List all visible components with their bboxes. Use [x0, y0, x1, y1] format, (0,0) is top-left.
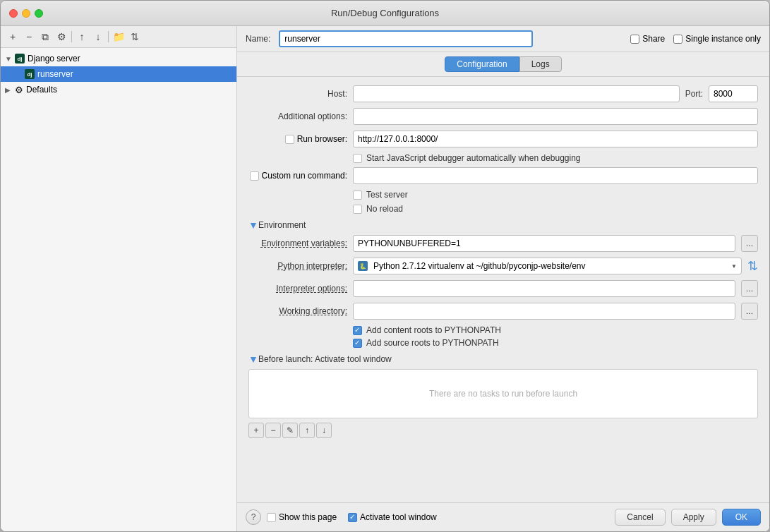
folder-button[interactable]: 📁 — [111, 29, 126, 44]
before-launch-toolbar: + − ✎ ↑ ↓ — [248, 421, 758, 440]
python-interpreter-select[interactable]: 🐍 Python 2.7.12 virtualenv at ~/github/p… — [353, 258, 742, 274]
move-down-button[interactable]: ↓ — [90, 29, 106, 44]
before-launch-header[interactable]: ▼ Before launch: Activate tool window — [248, 353, 758, 365]
port-input[interactable] — [709, 85, 758, 102]
close-button[interactable] — [9, 9, 18, 18]
share-checkbox[interactable] — [630, 35, 639, 44]
run-browser-url-input[interactable] — [353, 131, 758, 147]
test-server-label: Test server — [366, 190, 408, 200]
single-instance-label: Single instance only — [685, 34, 761, 44]
chevron-icon: ▼ — [5, 55, 12, 63]
no-reload-checkbox[interactable] — [353, 205, 362, 214]
help-button[interactable]: ? — [246, 509, 261, 525]
apply-button[interactable]: Apply — [671, 509, 716, 526]
toolbar-separator-2 — [108, 31, 109, 42]
working-directory-row: Working directory: … — [248, 303, 758, 320]
tree-item-runserver[interactable]: ▶ dj runserver — [1, 66, 236, 82]
js-debugger-checkbox[interactable] — [353, 154, 362, 163]
working-dir-browse-button[interactable]: … — [741, 303, 758, 320]
copy-config-button[interactable]: ⧉ — [37, 29, 53, 44]
port-label: Port: — [685, 89, 703, 99]
activate-tool-window-text: Activate tool window — [360, 512, 437, 522]
show-page-label[interactable]: Show this page — [267, 512, 337, 522]
test-server-checkbox[interactable] — [353, 191, 362, 200]
remove-config-button[interactable]: − — [21, 29, 37, 44]
left-panel: + − ⧉ ⚙ ↑ ↓ 📁 ⇅ ▼ dj Django server — [1, 26, 237, 531]
tab-logs[interactable]: Logs — [519, 56, 562, 72]
ok-button[interactable]: OK — [722, 509, 761, 526]
env-chevron-icon: ▼ — [248, 219, 255, 231]
working-directory-input[interactable] — [353, 303, 735, 320]
name-bar: Name: Share Single instance only — [237, 26, 769, 52]
host-input[interactable] — [353, 85, 680, 102]
group-label: Django server — [28, 54, 80, 64]
add-source-roots-checkbox[interactable] — [353, 339, 362, 348]
before-launch-title: Before launch: Activate tool window — [258, 354, 392, 364]
share-checkbox-label[interactable]: Share — [630, 34, 665, 44]
config-tree: ▼ dj Django server ▶ dj runserver ▶ ⚙ De… — [1, 48, 236, 531]
interpreter-options-input[interactable] — [353, 280, 735, 297]
before-launch-section: ▼ Before launch: Activate tool window Th… — [248, 353, 758, 440]
custom-run-command-row: Custom run command: — [248, 167, 758, 184]
environment-section-header[interactable]: ▼ Environment — [248, 219, 758, 231]
single-instance-checkbox-label[interactable]: Single instance only — [673, 34, 761, 44]
interpreter-options-label: Interpreter options: — [248, 284, 347, 294]
form-area: Host: Port: Additional options: Run brow… — [237, 77, 769, 502]
maximize-button[interactable] — [35, 9, 43, 18]
share-label: Share — [642, 34, 665, 44]
django-icon: dj — [15, 54, 25, 64]
action-buttons: Cancel Apply OK — [615, 509, 761, 526]
window-title: Run/Debug Configurations — [331, 8, 439, 18]
additional-options-row: Additional options: — [248, 108, 758, 125]
python-interpreter-row: Python interpreter: 🐍 Python 2.7.12 virt… — [248, 258, 758, 274]
move-up-button[interactable]: ↑ — [74, 29, 90, 44]
tree-group-django[interactable]: ▼ dj Django server — [1, 51, 236, 66]
before-launch-add-button[interactable]: + — [248, 423, 264, 438]
before-launch-box: There are no tasks to run before launch — [248, 369, 758, 418]
env-variables-label: Environment variables: — [248, 238, 347, 248]
custom-run-command-input[interactable] — [353, 167, 758, 184]
interp-options-browse-button[interactable]: … — [741, 280, 758, 297]
show-page-text: Show this page — [279, 512, 337, 522]
content-roots-inner: Add content roots to PYTHONPATH — [353, 325, 501, 335]
tab-configuration[interactable]: Configuration — [445, 56, 519, 72]
source-roots-inner: Add source roots to PYTHONPATH — [353, 338, 499, 348]
js-debugger-row: Start JavaScript debugger automatically … — [248, 153, 758, 163]
additional-options-label: Additional options: — [248, 111, 347, 121]
activate-tool-window-label[interactable]: Activate tool window — [348, 512, 437, 522]
activate-tool-window-checkbox[interactable] — [348, 513, 357, 522]
config-settings-button[interactable]: ⚙ — [54, 29, 69, 44]
before-launch-down-button[interactable]: ↓ — [316, 423, 332, 438]
env-browse-button[interactable]: … — [741, 235, 758, 252]
tree-group-defaults[interactable]: ▶ ⚙ Defaults — [1, 82, 236, 97]
add-config-button[interactable]: + — [5, 29, 20, 44]
left-toolbar: + − ⧉ ⚙ ↑ ↓ 📁 ⇅ — [1, 26, 236, 48]
test-server-row: Test server — [248, 190, 758, 200]
env-variables-row: Environment variables: … — [248, 235, 758, 252]
defaults-icon: ⚙ — [15, 85, 23, 95]
additional-options-input[interactable] — [353, 108, 758, 125]
minimize-button[interactable] — [22, 9, 30, 18]
env-variables-input[interactable] — [353, 235, 735, 252]
add-content-roots-row: Add content roots to PYTHONPATH — [248, 325, 758, 335]
single-instance-checkbox[interactable] — [673, 35, 682, 44]
custom-run-command-checkbox[interactable] — [250, 171, 259, 181]
share-area: Share Single instance only — [630, 34, 761, 44]
host-label: Host: — [248, 89, 347, 99]
interpreter-arrow-icon: ⇅ — [747, 258, 758, 274]
name-input[interactable] — [279, 30, 533, 47]
add-content-roots-checkbox[interactable] — [353, 326, 362, 335]
runserver-label: runserver — [37, 69, 73, 79]
before-launch-up-button[interactable]: ↑ — [299, 423, 315, 438]
sort-button[interactable]: ⇅ — [127, 29, 143, 44]
add-source-roots-row: Add source roots to PYTHONPATH — [248, 338, 758, 348]
before-launch-remove-button[interactable]: − — [265, 423, 281, 438]
run-browser-checkbox[interactable] — [285, 135, 294, 144]
interpreter-options-row: Interpreter options: … — [248, 280, 758, 297]
before-launch-edit-button[interactable]: ✎ — [282, 423, 298, 438]
show-page-checkbox[interactable] — [267, 513, 276, 522]
tabs-bar: Configuration Logs — [237, 52, 769, 77]
cancel-button[interactable]: Cancel — [615, 509, 665, 526]
bottom-bar: ? Show this page Activate tool window Ca… — [237, 502, 769, 531]
defaults-label: Defaults — [26, 85, 57, 95]
